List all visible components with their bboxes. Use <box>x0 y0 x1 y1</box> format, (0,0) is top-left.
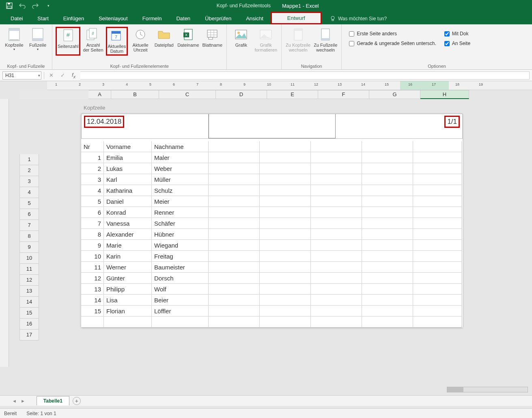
row-header[interactable]: 12 <box>19 275 39 286</box>
cell[interactable] <box>209 185 260 196</box>
tab-seitenlayout[interactable]: Seitenlayout <box>91 13 135 24</box>
table-row[interactable]: 7VanessaSchäfer <box>81 218 463 229</box>
cell[interactable] <box>413 141 462 152</box>
cell[interactable]: Schulz <box>152 185 209 196</box>
cell[interactable] <box>311 306 362 317</box>
row-header[interactable]: 3 <box>19 176 39 187</box>
table-row[interactable] <box>81 317 463 328</box>
cell[interactable] <box>209 240 260 251</box>
cell[interactable] <box>209 273 260 284</box>
row-header[interactable]: 9 <box>19 242 39 253</box>
cell[interactable] <box>362 295 413 306</box>
column-header-G[interactable]: G <box>369 90 420 99</box>
cell[interactable]: Schäfer <box>152 218 209 229</box>
cell[interactable]: Beier <box>152 295 209 306</box>
column-header-D[interactable]: D <box>216 90 267 99</box>
cell[interactable] <box>413 229 462 240</box>
anzahl-seiten-button[interactable]: # Anzahl der Seiten <box>82 27 104 56</box>
aktuelle-uhrzeit-button[interactable]: Aktuelle Uhrzeit <box>129 27 151 56</box>
cell[interactable]: Wiegand <box>152 240 209 251</box>
cell[interactable] <box>311 196 362 207</box>
cell[interactable]: Vorname <box>104 141 152 152</box>
table-row[interactable]: 15FlorianLöffler <box>81 306 463 317</box>
cell[interactable] <box>362 262 413 273</box>
cell[interactable] <box>260 163 311 174</box>
zu-fusszeile-button[interactable]: Zu Fußzeile wechseln <box>313 27 338 53</box>
cell[interactable]: 15 <box>81 306 104 317</box>
cell[interactable] <box>362 229 413 240</box>
cell[interactable]: Vanessa <box>104 218 152 229</box>
cell[interactable] <box>413 163 462 174</box>
cell[interactable] <box>362 240 413 251</box>
cell[interactable] <box>209 141 260 152</box>
table-row[interactable]: 5DanielMeier <box>81 196 463 207</box>
row-header[interactable]: 5 <box>19 198 39 209</box>
cell[interactable]: Lisa <box>104 295 152 306</box>
redo-icon[interactable] <box>32 2 39 9</box>
row-header[interactable]: 16 <box>19 319 39 330</box>
cell[interactable] <box>362 174 413 185</box>
row-header[interactable]: 13 <box>19 286 39 297</box>
row-header[interactable]: 2 <box>19 165 39 176</box>
cell[interactable]: 2 <box>81 163 104 174</box>
cell[interactable]: Florian <box>104 306 152 317</box>
cell[interactable] <box>413 207 462 218</box>
cell[interactable]: Konrad <box>104 207 152 218</box>
cell[interactable]: Philipp <box>104 284 152 295</box>
cell[interactable]: 14 <box>81 295 104 306</box>
cell[interactable] <box>311 273 362 284</box>
sheet-nav-prev-icon[interactable]: ◄ <box>12 399 17 403</box>
column-header-E[interactable]: E <box>267 90 318 99</box>
tab-datei[interactable]: Datei <box>3 13 30 24</box>
cell[interactable] <box>362 207 413 218</box>
cell[interactable]: Renner <box>152 207 209 218</box>
row-header[interactable]: 11 <box>19 264 39 275</box>
cell[interactable] <box>260 229 311 240</box>
fx-icon[interactable]: fx <box>69 72 78 79</box>
cell[interactable] <box>413 218 462 229</box>
row-header[interactable]: 15 <box>19 308 39 319</box>
cell[interactable] <box>311 251 362 262</box>
cell[interactable] <box>362 163 413 174</box>
new-sheet-button[interactable]: + <box>73 397 81 405</box>
cell[interactable]: Lukas <box>104 163 152 174</box>
option-erste-seite[interactable]: Erste Seite anders <box>349 31 436 37</box>
cell[interactable]: Dorsch <box>152 273 209 284</box>
cell[interactable] <box>152 317 209 328</box>
fusszeile-button[interactable]: Fußzeile▾ <box>27 27 49 52</box>
cell[interactable] <box>311 284 362 295</box>
table-row[interactable]: 14LisaBeier <box>81 295 463 306</box>
cell[interactable]: Katharina <box>104 185 152 196</box>
cell[interactable]: 1 <box>81 152 104 163</box>
cell[interactable] <box>362 273 413 284</box>
cell[interactable]: 9 <box>81 240 104 251</box>
cell[interactable]: Baumeister <box>152 262 209 273</box>
cell[interactable] <box>209 262 260 273</box>
checkbox-gerade-ungerade[interactable] <box>349 41 354 46</box>
table-row[interactable]: 8AlexanderHübner <box>81 229 463 240</box>
cell[interactable]: 5 <box>81 196 104 207</box>
cell[interactable] <box>413 317 462 328</box>
grafik-button[interactable]: Grafik <box>230 27 252 53</box>
cell[interactable] <box>413 262 462 273</box>
cell[interactable] <box>260 174 311 185</box>
seitenzahl-button[interactable]: # Seitenzahl <box>56 27 80 56</box>
cell[interactable] <box>209 306 260 317</box>
cell[interactable] <box>260 262 311 273</box>
sheet-tab-active[interactable]: Tabelle1 <box>37 396 69 405</box>
horizontal-ruler[interactable]: 12345678910111213141516171819 <box>47 81 532 90</box>
cell[interactable] <box>413 306 462 317</box>
row-header[interactable]: 4 <box>19 187 39 198</box>
cell[interactable] <box>413 284 462 295</box>
cell[interactable]: Karin <box>104 251 152 262</box>
row-header[interactable]: 14 <box>19 297 39 308</box>
cell[interactable]: Weber <box>152 163 209 174</box>
cell[interactable] <box>209 229 260 240</box>
save-icon[interactable] <box>6 2 13 9</box>
option-an-seite[interactable]: An Seite <box>444 41 470 46</box>
vertical-ruler[interactable] <box>0 99 9 367</box>
table-header-row[interactable]: NrVornameNachname <box>81 141 463 152</box>
option-mit-dok[interactable]: Mit Dok <box>444 31 470 37</box>
formula-input[interactable] <box>80 71 530 80</box>
cell[interactable] <box>311 240 362 251</box>
